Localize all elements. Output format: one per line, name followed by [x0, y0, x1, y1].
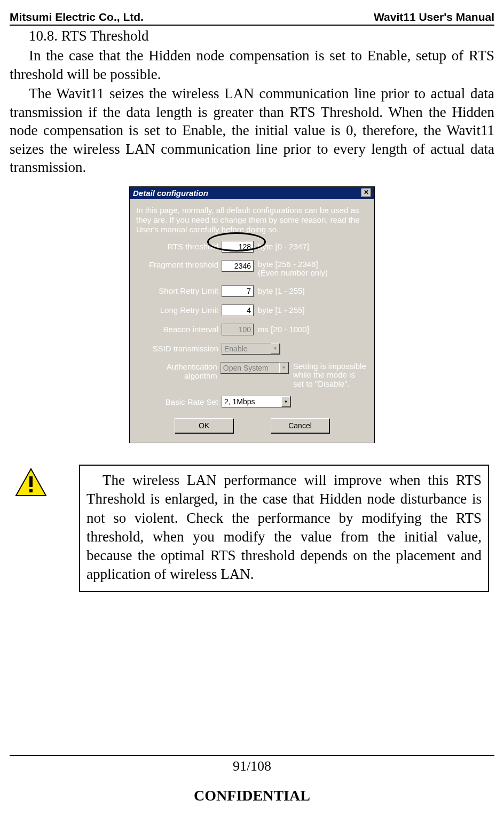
input-short[interactable]: [222, 285, 254, 297]
ok-button[interactable]: OK: [175, 418, 233, 433]
chevron-down-icon: ▼: [271, 343, 280, 354]
input-rts[interactable]: [222, 241, 254, 253]
footer-rule: [10, 755, 494, 756]
close-icon[interactable]: ✕: [361, 189, 371, 197]
label-long: Long Retry Limit: [136, 305, 222, 315]
label-short: Short Retry Limit: [136, 286, 222, 295]
label-beacon: Beacon interval: [136, 325, 222, 334]
hint-beacon: ms [20 - 1000]: [258, 325, 309, 334]
input-long[interactable]: [222, 304, 254, 316]
combo-rate-value: 2, 1Mbps: [224, 397, 255, 406]
combo-ssid: Enable ▼: [222, 343, 280, 355]
hint-frag: byte [256 - 2346] (Even number only): [258, 260, 328, 278]
cancel-button[interactable]: Cancel: [271, 418, 329, 433]
row-ssid: SSID transmission Enable ▼: [136, 343, 368, 355]
dialog-titlebar: Detail configuration ✕: [130, 187, 374, 199]
row-rts: RTS threshold byte [0 - 2347]: [136, 241, 368, 253]
combo-auth-value: Open System: [223, 364, 269, 372]
row-auth: Authentication algorithm Open System ▼ S…: [136, 362, 368, 389]
hint-auth: Setting is impossible while the mode is …: [293, 362, 368, 389]
hint-rts: byte [0 - 2347]: [258, 242, 309, 252]
page-header: Mitsumi Electric Co., Ltd. Wavit11 User'…: [10, 11, 494, 26]
input-frag[interactable]: [222, 260, 254, 272]
page-number: 91/108: [0, 758, 504, 774]
header-left: Mitsumi Electric Co., Ltd.: [10, 11, 144, 23]
label-ssid: SSID transmission: [136, 344, 222, 353]
hint-long: byte [1 - 255]: [258, 306, 305, 315]
label-rate: Basic Rate Set: [136, 397, 222, 406]
row-short: Short Retry Limit byte [1 - 255]: [136, 285, 368, 297]
chevron-down-icon[interactable]: ▼: [281, 396, 290, 407]
combo-ssid-value: Enable: [224, 344, 248, 353]
dialog-buttons: OK Cancel: [136, 418, 368, 433]
warning-icon: [15, 468, 47, 497]
combo-auth: Open System ▼: [220, 362, 289, 374]
page: Mitsumi Electric Co., Ltd. Wavit11 User'…: [0, 0, 504, 592]
input-beacon: [222, 324, 254, 335]
section-title: 10.8. RTS Threshold: [29, 28, 494, 44]
dialog-screenshot: Detail configuration ✕ In this page, nor…: [10, 186, 494, 444]
paragraph-2: The Wavit11 seizes the wireless LAN comm…: [10, 84, 494, 177]
paragraph-1: In the case that the Hidden node compens…: [10, 46, 494, 83]
label-frag: Fragment threshold: [136, 260, 222, 269]
note-box: The wireless LAN performance will improv…: [79, 465, 489, 592]
combo-rate[interactable]: 2, 1Mbps ▼: [222, 396, 291, 407]
note-text: The wireless LAN performance will improv…: [86, 471, 482, 584]
header-right: Wavit11 User's Manual: [374, 11, 494, 23]
svg-rect-2: [29, 489, 33, 492]
detail-config-dialog: Detail configuration ✕ In this page, nor…: [129, 186, 375, 444]
chevron-down-icon: ▼: [279, 363, 288, 373]
label-auth: Authentication algorithm: [136, 362, 220, 380]
row-long: Long Retry Limit byte [1 - 255]: [136, 304, 368, 316]
dialog-intro: In this page, normally, all default conf…: [136, 206, 368, 234]
row-beacon: Beacon interval ms [20 - 1000]: [136, 324, 368, 335]
row-rate: Basic Rate Set 2, 1Mbps ▼: [136, 396, 368, 407]
note-row: The wireless LAN performance will improv…: [10, 465, 494, 592]
confidential-label: CONFIDENTIAL: [0, 787, 504, 804]
label-rts: RTS threshold: [136, 242, 222, 251]
hint-short: byte [1 - 255]: [258, 287, 305, 296]
dialog-title: Detail configuration: [133, 189, 208, 198]
row-frag: Fragment threshold byte [256 - 2346] (Ev…: [136, 260, 368, 278]
dialog-body: In this page, normally, all default conf…: [130, 199, 374, 443]
svg-rect-1: [29, 476, 33, 487]
